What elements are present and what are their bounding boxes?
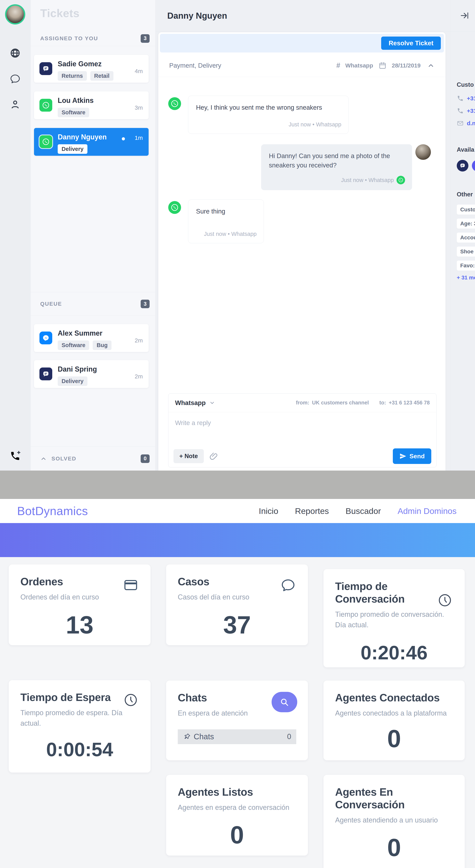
attribute-pill: Accou bbox=[457, 232, 475, 243]
card-value: 13 bbox=[21, 611, 139, 639]
ticket-name: Danny Nguyen bbox=[58, 133, 107, 141]
ticket-card-dani[interactable]: Dani Spring Delivery 2m bbox=[34, 360, 148, 388]
chat-card: Resolve Ticket Payment, Delivery # Whats… bbox=[158, 32, 445, 470]
details-panel-top bbox=[451, 0, 475, 31]
card-value: 0 bbox=[335, 724, 453, 753]
attribute-pill: Shoe bbox=[457, 247, 475, 257]
channel-select[interactable]: Whatsapp bbox=[175, 399, 206, 407]
composer-toolbar: + Note Send bbox=[168, 445, 436, 467]
email-row[interactable]: d.ngu bbox=[457, 120, 475, 127]
card-casos: Casos Casos del día en curso 37 bbox=[166, 564, 308, 645]
ticket-tag: Retail bbox=[90, 71, 113, 81]
calendar-icon bbox=[378, 61, 387, 70]
phone-link[interactable]: +31 6 123 456 78 bbox=[467, 95, 475, 102]
ticketing-app: Tickets ASSIGNED TO YOU 3 Sadie Gomez Re… bbox=[0, 0, 475, 470]
message-bubble-customer: Sure thing Just now • Whatsapp bbox=[188, 199, 264, 243]
card-agentes-listos: Agentes Listos Agentes en espera de conv… bbox=[166, 775, 308, 856]
hash-icon: # bbox=[336, 61, 340, 70]
card-value: 0 bbox=[335, 833, 453, 862]
ticket-card-danny-selected[interactable]: Danny Nguyen Delivery 1m bbox=[34, 128, 148, 156]
hero-gradient-band bbox=[0, 523, 475, 557]
nav-buscador[interactable]: Buscador bbox=[346, 506, 381, 516]
message-bubble-agent: Hi Danny! Can you send me a photo of the… bbox=[261, 144, 412, 190]
speech-bubble-icon bbox=[280, 577, 296, 593]
card-subtitle: Tiempo promedio de espera. Día actual. bbox=[21, 708, 139, 728]
phone-row[interactable]: +31 6 123 456 78 bbox=[457, 107, 475, 114]
message-meta: Just now • Whatsapp bbox=[341, 177, 394, 183]
phone-icon bbox=[457, 95, 464, 102]
queue-ticket-list: Alex Summer Software Bug 2m Dani Spring … bbox=[31, 316, 156, 388]
attachment-icon[interactable] bbox=[209, 452, 218, 461]
ticket-card-lou[interactable]: Lou Atkins Software 3m bbox=[34, 91, 148, 119]
ticket-tag: Bug bbox=[93, 340, 111, 350]
reply-composer: Whatsapp from: UK customers channel to: … bbox=[168, 393, 437, 467]
chats-queue-row[interactable]: Chats 0 bbox=[178, 730, 296, 744]
card-value: 37 bbox=[178, 611, 296, 639]
app-rail bbox=[0, 0, 31, 470]
helpdesk-channel-circle-icon[interactable] bbox=[457, 160, 468, 172]
card-value: 0 bbox=[178, 820, 296, 849]
message-text: Hey, I think you sent me the wrong sneak… bbox=[188, 96, 348, 112]
phone-icon bbox=[457, 107, 464, 114]
helpdesk-channel-icon bbox=[39, 62, 52, 75]
attribute-pill: Age: 3 bbox=[457, 219, 475, 229]
section-solved[interactable]: SOLVED 0 bbox=[31, 446, 156, 470]
show-more-link[interactable]: + 31 mo bbox=[457, 275, 475, 281]
ticket-meta-row: Payment, Delivery # Whatsapp 28/11/2019 bbox=[158, 54, 445, 77]
brand-logo[interactable]: BotDynamics bbox=[17, 504, 88, 518]
phone-link[interactable]: +31 6 123 456 78 bbox=[467, 107, 475, 114]
ticket-card-alex[interactable]: Alex Summer Software Bug 2m bbox=[34, 324, 148, 352]
resolve-ticket-button[interactable]: Resolve Ticket bbox=[381, 36, 441, 50]
separator-band bbox=[0, 470, 475, 499]
user-avatar[interactable] bbox=[5, 4, 25, 25]
card-tiempo-espera: Tiempo de Espera Tiempo promedio de espe… bbox=[9, 680, 150, 773]
phone-row[interactable]: +31 6 123 456 78 bbox=[457, 95, 475, 102]
collapse-meta-chevron-icon[interactable] bbox=[427, 62, 435, 69]
mail-icon bbox=[457, 120, 464, 127]
count-badge: 3 bbox=[141, 300, 149, 308]
voice-channel-circle-icon[interactable] bbox=[472, 160, 475, 172]
customer-section-label: Custo bbox=[457, 81, 475, 88]
card-agentes-en-conversacion: Agentes En Conversación Agentes atendien… bbox=[324, 775, 465, 868]
section-queue[interactable]: QUEUE 3 bbox=[31, 292, 156, 316]
to-label: to: bbox=[379, 400, 386, 406]
card-ordenes: Ordenes Ordenes del día en curso 13 bbox=[9, 564, 150, 645]
whatsapp-channel-icon bbox=[39, 135, 52, 148]
search-button[interactable] bbox=[272, 692, 297, 712]
card-title: Tiempo de Conversación bbox=[335, 580, 419, 605]
message-bubble-customer: Hey, I think you sent me the wrong sneak… bbox=[188, 96, 348, 134]
card-subtitle: Ordenes del día en curso bbox=[21, 592, 139, 602]
add-note-button[interactable]: + Note bbox=[173, 449, 204, 463]
resolve-banner: Resolve Ticket bbox=[160, 34, 444, 53]
chat-icon[interactable] bbox=[9, 73, 21, 84]
section-label: QUEUE bbox=[40, 301, 62, 307]
ticket-name: Lou Atkins bbox=[58, 96, 94, 104]
message-meta: Just now • Whatsapp bbox=[204, 231, 257, 237]
channel-bar: Whatsapp from: UK customers channel to: … bbox=[168, 394, 436, 412]
person-icon[interactable] bbox=[9, 99, 21, 110]
row-value: 0 bbox=[287, 733, 291, 741]
ticket-card-sadie[interactable]: Sadie Gomez Returns Retail 4m bbox=[34, 55, 148, 83]
clock-icon bbox=[123, 692, 138, 708]
nav-admin-dominos[interactable]: Admin Dominos bbox=[398, 506, 457, 516]
other-section-label: Other bbox=[457, 191, 475, 198]
ticket-tag: Software bbox=[58, 340, 89, 350]
count-badge: 0 bbox=[141, 455, 149, 463]
section-assigned[interactable]: ASSIGNED TO YOU 3 bbox=[31, 31, 156, 46]
send-button[interactable]: Send bbox=[393, 448, 431, 464]
available-section-label: Availa bbox=[457, 146, 475, 153]
section-label: ASSIGNED TO YOU bbox=[40, 35, 98, 41]
globe-icon[interactable] bbox=[9, 48, 21, 59]
channel-label: Whatsapp bbox=[345, 62, 373, 69]
message-list: Hey, I think you sent me the wrong sneak… bbox=[158, 77, 445, 394]
reply-input[interactable] bbox=[168, 412, 436, 434]
nav-inicio[interactable]: Inicio bbox=[259, 506, 278, 516]
chevron-down-icon[interactable] bbox=[209, 400, 215, 406]
card-title: Agentes Listos bbox=[178, 786, 296, 798]
phone-plus-icon[interactable] bbox=[9, 450, 21, 462]
collapse-panel-icon[interactable] bbox=[460, 11, 469, 20]
nav-reportes[interactable]: Reportes bbox=[295, 506, 329, 516]
chevron-up-icon bbox=[40, 455, 47, 462]
email-link[interactable]: d.ngu bbox=[467, 120, 475, 127]
chat-panel: Danny Nguyen Resolve Ticket Payment, Del… bbox=[156, 0, 451, 470]
